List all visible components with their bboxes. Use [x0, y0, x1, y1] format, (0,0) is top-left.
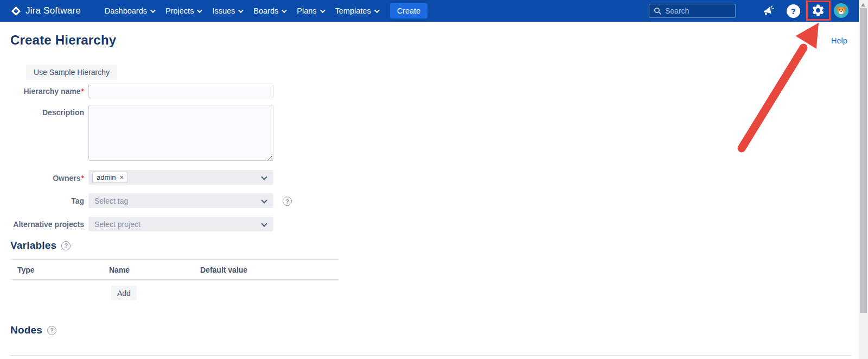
jira-logo-text: Jira Software	[25, 5, 81, 16]
divider	[10, 259, 339, 260]
avatar-icon	[834, 3, 848, 18]
owner-chip-label: admin	[97, 173, 116, 181]
divider	[10, 279, 339, 280]
chevron-down-icon	[150, 8, 156, 13]
nav-item-label: Plans	[297, 7, 316, 15]
nav-item-templates[interactable]: Templates	[333, 0, 380, 22]
required-marker: *	[81, 87, 84, 96]
chevron-down-icon	[261, 197, 267, 203]
nav-item-plans[interactable]: Plans	[295, 0, 326, 22]
alternative-projects-label: Alternative projects	[0, 220, 84, 229]
hierarchy-name-label: Hierarchy name*	[0, 87, 84, 96]
page-title: Create Hierarchy	[10, 33, 116, 48]
jira-logo[interactable]: Jira Software	[11, 5, 81, 16]
settings-gear-button[interactable]	[810, 3, 826, 18]
required-marker: *	[81, 174, 84, 182]
nav-item-label: Issues	[212, 7, 235, 15]
nav-item-boards[interactable]: Boards	[251, 0, 288, 22]
top-navigation-bar: Jira Software Dashboards Projects Issues…	[0, 0, 859, 22]
vertical-scrollbar[interactable]	[859, 0, 868, 359]
help-link[interactable]: Help	[831, 36, 847, 45]
search-input[interactable]	[665, 7, 731, 15]
chevron-down-icon	[282, 8, 287, 13]
tag-placeholder: Select tag	[92, 197, 128, 205]
divider	[10, 355, 852, 356]
user-avatar[interactable]	[833, 3, 848, 18]
alternative-projects-select[interactable]: Select project	[88, 217, 273, 231]
chevron-down-icon	[238, 8, 244, 13]
chevron-down-icon	[374, 8, 380, 13]
tag-help-icon[interactable]	[283, 197, 292, 206]
help-icon	[787, 4, 800, 18]
variables-help-icon[interactable]	[61, 241, 71, 250]
nav-item-label: Templates	[335, 7, 371, 15]
column-header-name: Name	[109, 266, 130, 274]
description-textarea[interactable]	[88, 105, 273, 161]
tag-label: Tag	[0, 197, 84, 205]
hierarchy-name-input[interactable]	[88, 84, 273, 98]
announcement-button[interactable]	[761, 3, 776, 18]
nodes-help-icon[interactable]	[47, 326, 56, 335]
use-sample-hierarchy-button[interactable]: Use Sample Hierarchy	[26, 65, 117, 80]
nav-item-label: Boards	[253, 7, 278, 15]
nav-item-projects[interactable]: Projects	[163, 0, 203, 22]
add-variable-button[interactable]: Add	[111, 286, 137, 300]
owner-chip: admin ×	[92, 172, 128, 183]
nav-item-issues[interactable]: Issues	[210, 0, 244, 22]
owners-label: Owners*	[0, 174, 84, 182]
search-icon	[654, 7, 661, 15]
owners-select[interactable]: admin ×	[88, 170, 273, 185]
chevron-down-icon	[261, 174, 267, 180]
nodes-section-header: Nodes	[10, 324, 56, 336]
remove-owner-icon[interactable]: ×	[119, 174, 124, 181]
column-header-default-value: Default value	[200, 266, 247, 274]
help-button[interactable]	[786, 3, 801, 18]
alternative-projects-placeholder: Select project	[92, 220, 141, 229]
tag-select[interactable]: Select tag	[88, 193, 273, 208]
scrollbar-thumb[interactable]	[860, 8, 867, 313]
jira-window: Jira Software Dashboards Projects Issues…	[0, 0, 868, 359]
nav-item-label: Projects	[165, 7, 194, 15]
chevron-down-icon	[320, 8, 326, 13]
nav-item-label: Dashboards	[105, 7, 147, 15]
chevron-down-icon	[197, 8, 202, 13]
megaphone-icon	[762, 4, 775, 17]
nav-menu: Dashboards Projects Issues Boards Plans …	[103, 0, 380, 22]
gear-icon	[811, 3, 825, 17]
create-button[interactable]: Create	[390, 3, 428, 18]
nodes-heading: Nodes	[10, 324, 42, 336]
variables-section-header: Variables	[10, 240, 71, 251]
description-label: Description	[0, 108, 84, 117]
search-box[interactable]	[649, 4, 736, 18]
jira-logo-icon	[11, 6, 21, 16]
chevron-down-icon	[261, 221, 267, 226]
variables-heading: Variables	[10, 240, 56, 251]
nav-item-dashboards[interactable]: Dashboards	[103, 0, 156, 22]
scroll-up-icon[interactable]	[861, 3, 865, 7]
column-header-type: Type	[17, 266, 35, 274]
